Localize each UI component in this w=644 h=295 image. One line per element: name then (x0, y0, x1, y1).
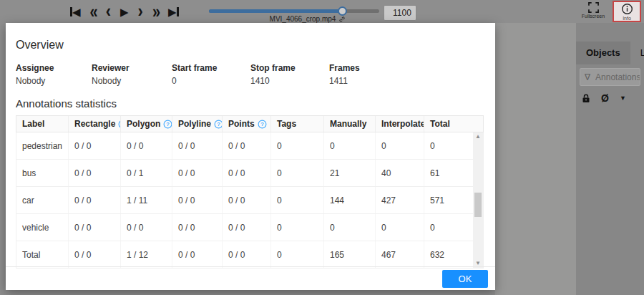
modal-footer: OK (6, 266, 495, 290)
stats-table-head: LabelRectangle?Polygon?Polyline?Points?T… (16, 115, 484, 132)
table-cell: 40 (376, 160, 424, 186)
job-info-modal: Overview Assignee Nobody Reviewer Nobody… (6, 23, 495, 290)
table-cell: 0 (324, 132, 376, 159)
previous-frame-button[interactable]: ‹ (106, 2, 111, 20)
field-start-frame: Start frame 0 (172, 63, 250, 86)
eye-off-icon[interactable]: Ø (601, 92, 609, 104)
fullscreen-button[interactable]: Fullscreen (576, 2, 610, 19)
player-controls: ◀ « ‹ ▶ › » ▶ (70, 0, 179, 23)
job-fields: Assignee Nobody Reviewer Nobody Start fr… (16, 63, 485, 86)
table-cell: 0 (271, 132, 324, 159)
column-header: Label (16, 116, 69, 132)
frame-slider[interactable] (209, 9, 379, 13)
field-label: Frames (329, 63, 360, 73)
annotations-filter-input[interactable] (594, 72, 640, 83)
objects-sidebar: Objects Labels ∇ Ø ▼ Sort by (576, 23, 644, 295)
modal-title: Overview (16, 39, 485, 52)
table-cell: 0 / 0 (69, 214, 121, 241)
table-row: vehicle0 / 00 / 00 / 00 / 00000 (16, 214, 474, 241)
scroll-thumb[interactable] (474, 193, 482, 217)
column-header-label: Tags (277, 119, 296, 129)
link-icon[interactable] (338, 16, 346, 23)
table-cell: 0 / 0 (223, 132, 271, 159)
info-label: Info (614, 16, 640, 21)
play-icon: ▶ (120, 6, 129, 17)
table-cell: 0 / 0 (172, 214, 223, 241)
column-header-label: Points (228, 119, 255, 129)
table-cell: 0 (271, 160, 324, 186)
double-chevron-right-icon: » (152, 3, 159, 21)
tab-objects[interactable]: Objects (576, 42, 630, 64)
ok-button[interactable]: OK (442, 270, 488, 288)
field-stop-frame: Stop frame 1410 (250, 63, 329, 86)
double-chevron-left-icon: « (90, 3, 97, 21)
column-header-label: Total (430, 119, 450, 129)
table-cell: 0 / 0 (223, 160, 271, 186)
table-cell: 0 (376, 214, 424, 241)
column-header: Polyline? (172, 116, 223, 132)
table-cell: 0 / 0 (172, 160, 223, 186)
table-cell: 21 (324, 160, 376, 186)
table-cell: car (16, 187, 69, 213)
frame-slider-fill (209, 9, 343, 13)
scroll-up-icon[interactable]: ▲ (473, 132, 483, 141)
table-row: Total0 / 01 / 120 / 00 / 00165467632 (16, 241, 474, 269)
table-cell: 0 / 0 (121, 132, 172, 159)
tab-labels[interactable]: Labels (630, 42, 644, 64)
table-cell: 144 (324, 187, 376, 213)
caret-down-icon[interactable]: ▼ (620, 95, 626, 102)
column-header-label: Polygon (127, 119, 160, 129)
table-cell: 467 (376, 241, 424, 268)
last-frame-button[interactable]: ▶ (168, 6, 179, 17)
stats-table-body-wrap: pedestrian0 / 00 / 00 / 00 / 00000bus0 /… (16, 132, 484, 269)
stats-table: LabelRectangle?Polygon?Polyline?Points?T… (16, 115, 484, 269)
column-header: Polygon? (121, 116, 172, 132)
column-header: Manually (324, 116, 376, 132)
svg-text:?: ? (217, 121, 220, 127)
chevron-right-icon: › (138, 2, 143, 20)
frame-number-input[interactable] (384, 5, 416, 21)
help-icon[interactable]: ? (258, 120, 267, 129)
fullscreen-icon (588, 2, 599, 13)
lock-icon[interactable] (582, 94, 590, 103)
table-row: pedestrian0 / 00 / 00 / 00 / 00000 (16, 132, 474, 160)
table-cell: 0 / 1 (121, 160, 172, 186)
table-cell: 0 / 0 (172, 132, 223, 159)
table-cell: 0 (271, 187, 324, 213)
chevron-left-icon: ‹ (106, 2, 111, 20)
field-value: Nobody (92, 76, 172, 86)
last-frame-icon: ▶ (168, 6, 177, 17)
first-frame-button[interactable]: ◀ (70, 6, 81, 17)
table-scrollbar[interactable]: ▲ ▼ (473, 132, 483, 268)
field-label: Stop frame (250, 63, 329, 73)
field-value: 1411 (329, 76, 360, 86)
table-cell: bus (16, 160, 69, 186)
svg-text:?: ? (167, 121, 170, 127)
column-header: Interpolated (376, 116, 424, 132)
help-icon[interactable]: ? (214, 120, 223, 129)
svg-text:?: ? (260, 121, 264, 127)
play-button[interactable]: ▶ (120, 6, 129, 17)
table-cell: vehicle (16, 214, 69, 241)
forward-button[interactable]: » (152, 3, 159, 21)
table-cell: 0 / 0 (121, 214, 172, 241)
table-cell: 61 (424, 160, 474, 186)
backward-button[interactable]: « (90, 3, 97, 21)
column-header: Total (424, 116, 484, 132)
next-frame-button[interactable]: › (138, 2, 143, 20)
table-cell: 1 / 11 (121, 187, 172, 213)
column-header: Points? (223, 116, 271, 132)
table-cell: 0 (271, 214, 324, 241)
table-cell: 0 / 0 (69, 187, 121, 213)
table-cell: 0 / 0 (172, 241, 223, 268)
table-row: car0 / 01 / 110 / 00 / 00144427571 (16, 187, 474, 214)
task-filename: MVI_4066_crop.mp4 (229, 15, 386, 23)
table-cell: 0 / 0 (223, 241, 271, 268)
filter-funnel-icon: ∇ (585, 72, 590, 82)
field-reviewer: Reviewer Nobody (92, 63, 172, 86)
table-cell: 0 (324, 214, 376, 241)
info-button[interactable]: Info (613, 1, 641, 22)
table-cell: pedestrian (16, 132, 69, 159)
table-cell: 0 / 0 (69, 241, 121, 268)
help-icon[interactable]: ? (163, 120, 172, 129)
